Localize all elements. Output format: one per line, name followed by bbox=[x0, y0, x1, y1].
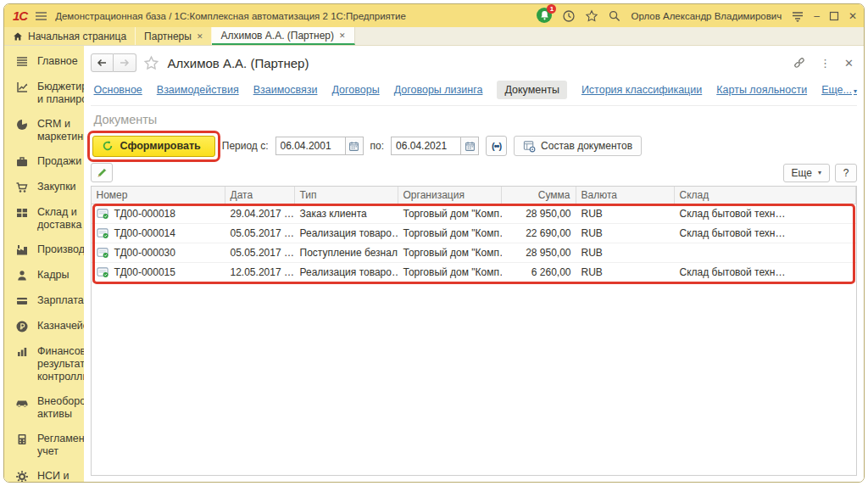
document-icon bbox=[97, 227, 109, 239]
person-icon bbox=[15, 269, 29, 282]
gear-icon bbox=[15, 470, 29, 483]
get-link-icon[interactable] bbox=[789, 56, 810, 70]
sidebar-item-production[interactable]: Производство bbox=[4, 237, 84, 263]
more-kebab-icon[interactable]: ⋮ bbox=[816, 57, 834, 70]
col-header-warehouse[interactable]: Склад bbox=[675, 187, 856, 204]
favorite-star-icon[interactable] bbox=[143, 55, 159, 71]
nav-link-contracts[interactable]: Договоры bbox=[331, 84, 379, 96]
cell-warehouse bbox=[675, 243, 856, 262]
tab-home[interactable]: Начальная страница bbox=[4, 27, 136, 45]
sidebar-item-financial-result[interactable]: Финансовый результат и контроллинг bbox=[4, 339, 84, 389]
generate-button[interactable]: Сформировать bbox=[92, 136, 215, 157]
sidebar-item-admin[interactable]: НСИ и администрирование bbox=[4, 464, 84, 483]
form-nav: Основное Взаимодействия Взаимосвязи Дого… bbox=[91, 81, 857, 106]
favorites-star-icon[interactable] bbox=[585, 9, 598, 23]
cell-date: 12.05.2017 … bbox=[225, 263, 295, 282]
cell-currency: RUB bbox=[576, 243, 675, 262]
cell-currency: RUB bbox=[576, 204, 675, 223]
nav-link-more[interactable]: Еще...▾ bbox=[821, 84, 857, 96]
nav-link-documents[interactable]: Документы bbox=[497, 81, 566, 99]
nav-link-leasing-contracts[interactable]: Договоры лизинга bbox=[394, 84, 483, 96]
app-title: Демонстрационная база / 1С:Комплексная а… bbox=[55, 11, 406, 21]
close-window-button[interactable]: ✕ bbox=[849, 10, 857, 22]
documents-table: Номер Дата Тип Организация Сумма Валюта … bbox=[91, 186, 857, 476]
table-row[interactable]: ТД00-000030 05.05.2017 … Поступление без… bbox=[92, 243, 856, 263]
bar-chart-icon bbox=[15, 345, 29, 359]
calendar-icon[interactable] bbox=[345, 137, 364, 155]
sidebar-item-hr[interactable]: Кадры bbox=[4, 263, 84, 288]
sidebar-item-budgeting[interactable]: Бюджетирование и планирование bbox=[4, 75, 84, 112]
list-toolbar: Еще ▾ ? bbox=[91, 163, 857, 182]
cell-type: Реализация товаро… bbox=[295, 224, 398, 243]
help-button[interactable]: ? bbox=[835, 164, 857, 182]
list-more-button[interactable]: Еще ▾ bbox=[783, 164, 830, 182]
current-user-name[interactable]: Орлов Александр Владимирович bbox=[631, 11, 782, 21]
nav-link-main[interactable]: Основное bbox=[94, 84, 142, 96]
tab-alkhimov-partner[interactable]: Алхимов А.А. (Партнер) ✕ bbox=[212, 27, 354, 45]
cart-icon bbox=[15, 181, 29, 194]
sidebar-item-regulated-accounting[interactable]: Регламентированный учет bbox=[4, 427, 84, 464]
calendar-icon[interactable] bbox=[460, 137, 479, 155]
col-header-date[interactable]: Дата bbox=[225, 187, 295, 204]
col-header-number[interactable]: Номер bbox=[92, 187, 225, 204]
sidebar-item-crm[interactable]: CRM и маркетинг bbox=[4, 112, 84, 149]
col-header-type[interactable]: Тип bbox=[295, 187, 398, 204]
pencil-icon bbox=[96, 167, 108, 179]
period-from-input[interactable] bbox=[275, 137, 345, 155]
edit-pencil-button[interactable] bbox=[91, 163, 113, 182]
history-icon[interactable] bbox=[562, 9, 576, 23]
sidebar-item-treasury[interactable]: Казначейство bbox=[4, 314, 84, 339]
cell-warehouse: Склад бытовой техн… bbox=[675, 224, 856, 243]
documents-composition-button[interactable]: Состав документов bbox=[514, 136, 642, 156]
briefcase-icon bbox=[15, 155, 29, 169]
table-row[interactable]: ТД00-000014 05.05.2017 … Реализация това… bbox=[92, 224, 856, 243]
cell-type: Реализация товаро… bbox=[295, 263, 398, 282]
cell-currency: RUB bbox=[576, 224, 675, 243]
maximize-button[interactable] bbox=[829, 11, 839, 21]
tab-label: Алхимов А.А. (Партнер) bbox=[220, 30, 334, 42]
sidebar-item-warehouse[interactable]: Склад и доставка bbox=[4, 200, 84, 237]
service-menu-icon[interactable] bbox=[791, 10, 804, 22]
document-icon bbox=[97, 208, 109, 220]
caret-down-icon: ▾ bbox=[818, 169, 821, 176]
sidebar-item-sales[interactable]: Продажи bbox=[4, 149, 84, 175]
table-row[interactable]: ТД00-000018 29.04.2017 … Заказ клиента Т… bbox=[92, 204, 856, 224]
cell-date: 29.04.2017 … bbox=[225, 204, 295, 223]
notifications-bell-icon[interactable]: 1 bbox=[537, 8, 553, 24]
forward-button[interactable] bbox=[114, 53, 136, 72]
col-header-sum[interactable]: Сумма bbox=[502, 187, 576, 204]
ruble-coin-icon bbox=[15, 320, 29, 333]
back-button[interactable] bbox=[91, 53, 114, 72]
cell-sum: 28 950,00 bbox=[502, 243, 576, 262]
tab-label: Начальная страница bbox=[28, 31, 126, 42]
cell-currency: RUB bbox=[576, 263, 675, 282]
period-to-input[interactable] bbox=[391, 137, 460, 155]
cell-date: 05.05.2017 … bbox=[225, 243, 295, 262]
tab-partners[interactable]: Партнеры ✕ bbox=[136, 27, 212, 45]
nav-link-relations[interactable]: Взаимосвязи bbox=[253, 84, 318, 96]
cell-sum: 28 950,00 bbox=[502, 204, 576, 223]
tab-close-icon[interactable]: ✕ bbox=[339, 31, 346, 40]
nav-link-loyalty-cards[interactable]: Карты лояльности bbox=[716, 84, 807, 96]
pie-chart-icon bbox=[15, 118, 29, 131]
sidebar-item-main[interactable]: Главное bbox=[4, 49, 84, 75]
col-header-organization[interactable]: Организация bbox=[398, 187, 502, 204]
table-row[interactable]: ТД00-000015 12.05.2017 … Реализация това… bbox=[92, 263, 856, 282]
nav-link-classification-history[interactable]: История классификации bbox=[581, 84, 702, 96]
sidebar-item-purchasing[interactable]: Закупки bbox=[4, 175, 84, 200]
tab-close-icon[interactable]: ✕ bbox=[197, 32, 203, 41]
sidebar-item-fixed-assets[interactable]: Внеоборотные активы bbox=[4, 389, 84, 427]
cell-organization: Торговый дом "Комп… bbox=[398, 204, 502, 223]
cell-sum: 22 690,00 bbox=[502, 224, 576, 243]
page-title: Алхимов А.А. (Партнер) bbox=[168, 56, 309, 70]
minimize-button[interactable]: – bbox=[814, 10, 820, 22]
section-sidebar: Главное Бюджетирование и планирование CR… bbox=[4, 46, 84, 483]
main-menu-icon[interactable] bbox=[35, 11, 47, 21]
sidebar-item-payroll[interactable]: Зарплата bbox=[4, 288, 84, 314]
period-from-label: Период с: bbox=[222, 140, 269, 152]
close-form-icon[interactable]: ✕ bbox=[841, 57, 857, 70]
period-picker-button[interactable]: (••) bbox=[486, 136, 507, 156]
nav-link-interactions[interactable]: Взаимодействия bbox=[157, 84, 239, 96]
search-icon[interactable] bbox=[608, 9, 621, 23]
col-header-currency[interactable]: Валюта bbox=[576, 187, 675, 204]
